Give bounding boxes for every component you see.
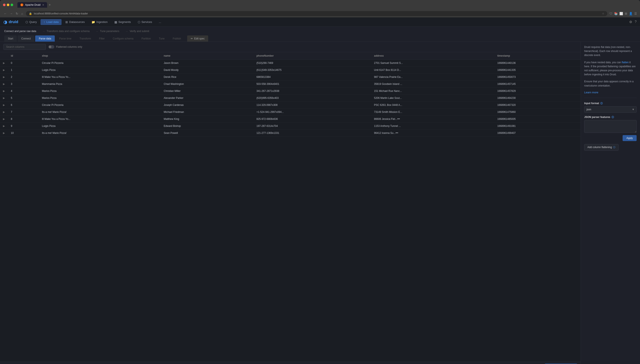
- tabs-icon[interactable]: ⬜: [619, 12, 623, 15]
- cell-timestamp: 1668961499407: [494, 130, 580, 136]
- row-expander[interactable]: ▶: [0, 130, 8, 136]
- help-icon[interactable]: ?: [635, 20, 636, 24]
- close-button[interactable]: [3, 4, 6, 6]
- minimize-button[interactable]: [7, 4, 9, 6]
- cell-id: 4: [8, 88, 39, 94]
- tab-publish[interactable]: Publish: [169, 36, 185, 42]
- tab-transform[interactable]: Transform: [76, 36, 95, 42]
- tab-partition[interactable]: Partition: [138, 36, 155, 42]
- cell-address: Unit 6147 Box 8114 D...: [371, 66, 494, 74]
- flatten-toggle: Flattened columns only: [48, 45, 82, 48]
- flatten-toggle-label: Flattened columns only: [56, 46, 82, 48]
- cell-id: 3: [8, 80, 39, 88]
- row-expander[interactable]: ▶: [0, 94, 8, 102]
- row-expander[interactable]: ▶: [0, 122, 8, 130]
- active-tab[interactable]: D Apache Druid ✕: [18, 2, 47, 8]
- nav-item-services-label: Services: [142, 20, 152, 24]
- row-expander[interactable]: ▶: [0, 102, 8, 108]
- cell-shop: Circular Pi Pizzeria: [39, 102, 161, 108]
- bookmarks-icon[interactable]: 📚: [614, 12, 618, 15]
- apps-icon[interactable]: ⊞: [625, 12, 627, 15]
- lock-icon: 🔒: [29, 12, 32, 15]
- tab-configure-schema[interactable]: Configure schema: [109, 36, 137, 42]
- browser-titlebar: D Apache Druid ✕ +: [0, 0, 640, 10]
- table-row: ▶ 2 Ill Make You a Pizza Yo... Derek Ric…: [0, 74, 580, 80]
- tab-edit-spec-label: Edit spec: [194, 37, 205, 40]
- nav-item-ingestion-label: Ingestion: [96, 20, 108, 24]
- settings-icon[interactable]: ⚙: [629, 20, 632, 24]
- cell-phone: 6865813384: [253, 74, 371, 80]
- cell-timestamp: 1668961457829: [494, 88, 580, 94]
- table-row: ▶ 4 Marios Pizza Christian Miller 341-26…: [0, 88, 580, 94]
- cell-id: 6: [8, 102, 39, 108]
- tab-connect[interactable]: Connect: [18, 36, 34, 42]
- json-features-info-icon[interactable]: ⓘ: [611, 116, 614, 119]
- new-tab-button[interactable]: +: [49, 3, 51, 7]
- input-format-select[interactable]: json csv tsv orc parquet: [584, 106, 636, 113]
- address-bar[interactable]: 🔒 localhost:8888/unified-console.html#da…: [26, 11, 607, 16]
- cell-phone: 341-267-2871x2938: [253, 88, 371, 94]
- maximize-button[interactable]: [11, 4, 13, 6]
- tab-tune[interactable]: Tune: [155, 36, 168, 42]
- nav-item-more[interactable]: ...: [156, 19, 164, 25]
- cell-shop: Ill Make You a Pizza Yo...: [39, 74, 161, 80]
- row-expander[interactable]: ▶: [0, 74, 8, 80]
- learn-more-link[interactable]: Learn more: [584, 91, 636, 94]
- cell-phone: (620)995-6356x403: [253, 94, 371, 102]
- profile-icon[interactable]: 👤: [629, 12, 632, 15]
- reload-button[interactable]: ↻: [15, 12, 19, 16]
- add-flatten-info-icon[interactable]: ⓘ: [613, 146, 615, 149]
- col-header-address: address: [371, 52, 494, 60]
- row-expander[interactable]: ▶: [0, 66, 8, 74]
- tab-publish-label: Publish: [173, 37, 181, 40]
- json-features-input[interactable]: [584, 120, 636, 133]
- row-expander[interactable]: ▶: [0, 116, 8, 122]
- home-button[interactable]: ⌂: [20, 12, 24, 16]
- flatten-link[interactable]: flatten: [622, 61, 629, 64]
- bookmark-icon[interactable]: ☆: [602, 12, 604, 15]
- row-expander[interactable]: ▶: [0, 60, 8, 66]
- apply-button[interactable]: Apply: [622, 135, 636, 141]
- input-format-label: Input format ⓘ: [584, 102, 636, 105]
- flatten-toggle-switch[interactable]: [48, 45, 54, 48]
- nav-item-segments-label: Segments: [118, 20, 131, 24]
- ingestion-icon: 📁: [92, 20, 95, 24]
- cell-id: 0: [8, 60, 39, 66]
- cell-address: 96412 Ioanna Su...•••: [371, 130, 494, 136]
- col-header-name: name: [161, 52, 254, 60]
- back-button[interactable]: ←: [3, 12, 8, 16]
- tab-close-icon[interactable]: ✕: [42, 4, 44, 6]
- help-text-4: Ensure that your data appears correctly …: [584, 80, 636, 88]
- table-row: ▶ 10 Its-a me! Mario Pizza! Sean Powell …: [0, 130, 580, 136]
- tab-parse-data[interactable]: Parse data: [35, 36, 55, 42]
- nav-item-query[interactable]: ⬡ Query: [23, 19, 40, 25]
- menu-icon[interactable]: ☰: [634, 12, 637, 15]
- row-expander[interactable]: ▶: [0, 88, 8, 94]
- cell-shop: Ill Make You a Pizza Yo...: [39, 116, 161, 122]
- search-input[interactable]: [4, 44, 46, 50]
- cell-id: 1: [8, 66, 39, 74]
- nav-item-segments[interactable]: ▦ Segments: [111, 19, 134, 25]
- data-table: id shop name phoneNumber address timesta…: [0, 52, 580, 136]
- tab-start[interactable]: Start: [4, 36, 17, 42]
- nav-item-load-data[interactable]: ↑ Load data: [41, 19, 62, 25]
- nav-item-datasources[interactable]: ⊞ Datasources: [62, 19, 88, 25]
- cell-name: Jason Brown: [161, 60, 254, 66]
- cell-name: Matthew King: [161, 116, 254, 122]
- nav-item-services[interactable]: ⬡ Services: [135, 19, 155, 25]
- input-format-info-icon[interactable]: ⓘ: [600, 102, 603, 105]
- table-row: ▶ 7 Its-a me! Mario Pizza! Michael Fried…: [0, 108, 580, 116]
- tab-parse-time[interactable]: Parse time: [56, 36, 75, 42]
- forward-button[interactable]: →: [9, 12, 14, 16]
- nav-item-ingestion[interactable]: 📁 Ingestion: [89, 19, 111, 25]
- tab-edit-spec[interactable]: ✏ Edit spec: [187, 36, 208, 42]
- row-expander[interactable]: ▶: [0, 108, 8, 116]
- cell-id: 8: [8, 116, 39, 122]
- table-row: ▶ 5 Marios Pizza Alexander Parker (620)9…: [0, 94, 580, 102]
- tab-filter[interactable]: Filter: [96, 36, 109, 42]
- extensions-icon[interactable]: 🛡: [609, 12, 612, 15]
- row-expander[interactable]: ▶: [0, 80, 8, 88]
- cell-name: Chad Washington: [161, 80, 254, 88]
- wizard-section-connect: Connect and parse raw data: [4, 30, 41, 33]
- add-column-flattening-button[interactable]: Add column flattening ⓘ: [584, 144, 618, 150]
